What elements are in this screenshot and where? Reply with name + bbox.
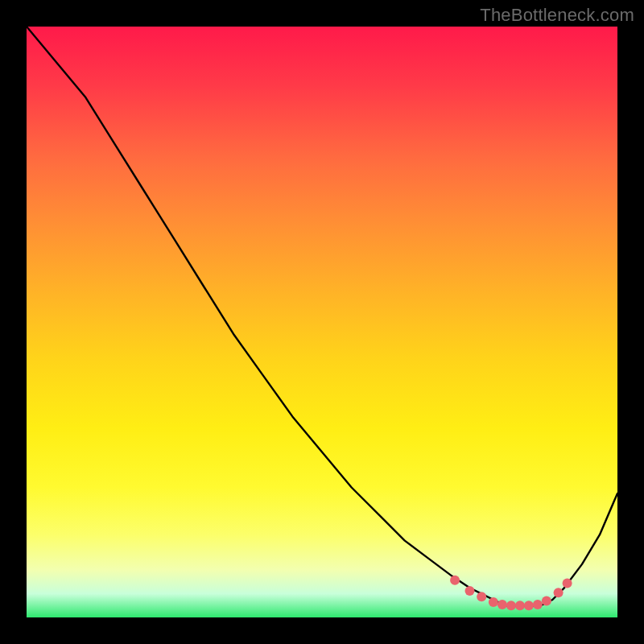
sweet-spot-dot [533, 600, 543, 609]
sweet-spot-dots [450, 576, 572, 611]
bottleneck-curve [27, 27, 617, 605]
chart-stage: TheBottleneck.com [0, 0, 644, 644]
sweet-spot-dot [489, 597, 498, 607]
sweet-spot-dot [465, 586, 475, 596]
sweet-spot-dot [563, 578, 572, 588]
watermark-text: TheBottleneck.com [480, 5, 634, 26]
plot-area [27, 27, 617, 617]
sweet-spot-dot [506, 601, 516, 610]
sweet-spot-dot [554, 588, 564, 597]
sweet-spot-dot [524, 601, 534, 610]
sweet-spot-dot [477, 592, 486, 601]
sweet-spot-dot [497, 600, 507, 609]
curve-layer [27, 27, 617, 617]
sweet-spot-dot [515, 601, 525, 610]
sweet-spot-dot [542, 596, 551, 605]
sweet-spot-dot [450, 576, 460, 585]
